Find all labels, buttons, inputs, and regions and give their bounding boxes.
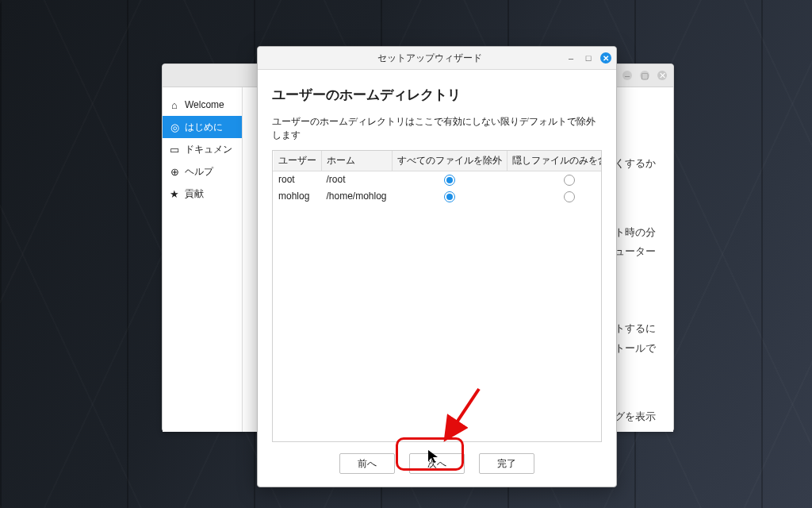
minimize-icon[interactable]: – [565, 52, 576, 64]
sidebar-item-label: 貢献 [185, 187, 204, 201]
next-button[interactable]: 次へ [409, 453, 465, 474]
sidebar-item-help[interactable]: ⊕ ヘルプ [163, 160, 242, 183]
users-table: ユーザー ホーム すべてのファイルを除外 隠しファイルのみを含める すべてのファ… [272, 150, 602, 442]
radio-exclude-all[interactable] [444, 175, 455, 186]
maximize-icon[interactable]: ▢ [640, 71, 649, 80]
sidebar-item-contribute[interactable]: ★ 貢献 [163, 183, 242, 205]
page-title: ユーザーのホームディレクトリ [272, 86, 602, 104]
maximize-icon[interactable]: □ [583, 52, 594, 64]
sidebar-item-getting-started[interactable]: ◎ はじめに [163, 116, 242, 138]
cell-user: root [274, 171, 322, 188]
star-icon: ★ [169, 189, 180, 199]
sidebar-item-label: Welcome [185, 99, 224, 110]
prev-button[interactable]: 前へ [339, 453, 395, 474]
sidebar-item-docs[interactable]: ▭ ドキュメン [163, 138, 242, 160]
col-exclude[interactable]: すべてのファイルを除外 [392, 151, 507, 171]
sidebar-item-label: ヘルプ [185, 165, 213, 179]
help-icon: ⊕ [169, 167, 180, 177]
page-description: ユーザーのホームディレクトリはここで有効にしない限りデフォルトで除外します [272, 115, 602, 142]
radio-exclude-all[interactable] [444, 191, 455, 202]
wizard-titlebar: セットアップウィザード – □ ✕ [258, 47, 616, 70]
cell-home: /home/mohlog [321, 188, 392, 205]
welcome-sidebar: ⌂ Welcome ◎ はじめに ▭ ドキュメン ⊕ ヘルプ ★ 貢献 [163, 87, 243, 432]
setup-wizard-window: セットアップウィザード – □ ✕ ユーザーのホームディレクトリ ユーザーのホー… [257, 46, 617, 487]
col-home[interactable]: ホーム [321, 151, 392, 171]
col-user[interactable]: ユーザー [274, 151, 322, 171]
home-icon: ⌂ [169, 100, 180, 110]
sidebar-item-welcome[interactable]: ⌂ Welcome [163, 94, 242, 116]
radio-hidden-only[interactable] [564, 175, 575, 186]
book-icon: ▭ [169, 144, 180, 155]
wizard-footer: 前へ 次へ 完了 [272, 442, 602, 487]
table-row: mohlog/home/mohlog [274, 188, 603, 205]
close-icon[interactable]: ✕ [657, 71, 667, 80]
bulb-icon: ◎ [169, 122, 180, 133]
col-hidden[interactable]: 隠しファイルのみを含める [507, 151, 602, 171]
cell-user: mohlog [274, 188, 322, 205]
done-button[interactable]: 完了 [479, 453, 534, 474]
sidebar-item-label: ドキュメン [185, 143, 232, 156]
radio-hidden-only[interactable] [564, 191, 575, 202]
sidebar-item-label: はじめに [185, 121, 223, 134]
close-icon[interactable]: ✕ [600, 52, 611, 64]
minimize-icon[interactable]: – [622, 71, 632, 80]
table-row: root/root [274, 171, 603, 188]
cell-home: /root [321, 171, 392, 188]
window-title: セットアップウィザード [299, 52, 561, 65]
